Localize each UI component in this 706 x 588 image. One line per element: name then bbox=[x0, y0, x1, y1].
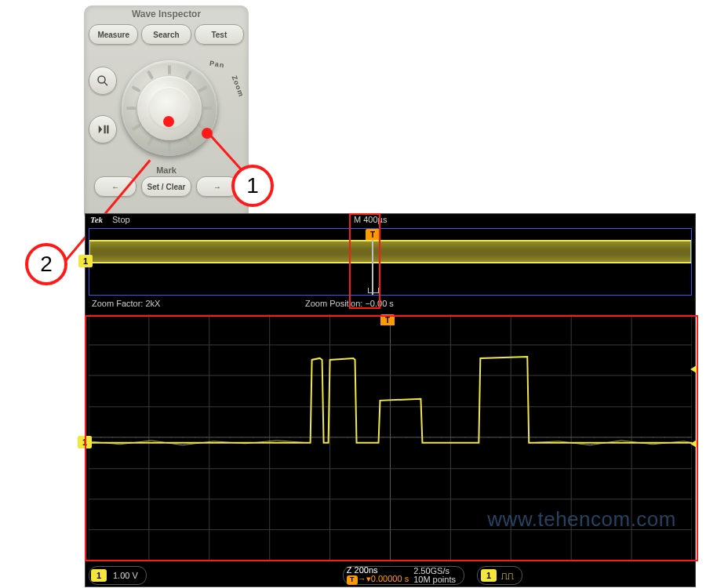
vdiv-readout: 1.00 V bbox=[113, 571, 138, 580]
mark-setclear-button[interactable]: Set / Clear bbox=[141, 176, 191, 197]
overview-trigger-marker[interactable]: T bbox=[366, 229, 380, 240]
svg-rect-4 bbox=[107, 125, 108, 134]
record-length: 10M points bbox=[413, 575, 456, 584]
zoom-position-readout: Zoom Position: −0.00 s bbox=[305, 299, 394, 308]
trigger-channel-chip: 1 bbox=[481, 569, 497, 582]
svg-marker-2 bbox=[99, 125, 103, 134]
mark-prev-button[interactable]: ← bbox=[94, 176, 136, 197]
timebase-readout[interactable]: Z 200ns T→▾0.00000 s 2.50GS/s 10M points bbox=[343, 566, 464, 585]
play-pause-button[interactable] bbox=[89, 115, 117, 143]
trigger-chip-icon: T bbox=[347, 575, 358, 585]
inner-pan-knob[interactable] bbox=[137, 76, 202, 140]
callout-1: 1 bbox=[231, 165, 274, 207]
channel-ground-arrow-icon[interactable] bbox=[690, 440, 697, 448]
channel-readout[interactable]: 1 1.00 V bbox=[89, 566, 147, 585]
zoom-graticule[interactable]: T 1 www.tehencom.com bbox=[89, 314, 692, 563]
play-pause-icon bbox=[96, 122, 110, 136]
watermark: www.tehencom.com bbox=[487, 507, 676, 532]
pulse-icon: ⎍⎍ bbox=[501, 570, 514, 582]
scope-screen: Tek Stop M 400µs T 1 Zoom Factor: 2kX Zo… bbox=[85, 213, 696, 587]
callout-2: 2 bbox=[25, 243, 67, 285]
channel-chip: 1 bbox=[91, 569, 107, 582]
main-timebase: M 400µs bbox=[354, 215, 387, 224]
trigger-level-arrow-icon[interactable] bbox=[690, 365, 697, 373]
status-bar: 1 1.00 V Z 200ns T→▾0.00000 s 2.50GS/s 1… bbox=[89, 566, 692, 585]
acq-state: Stop bbox=[112, 215, 130, 224]
overview-channel-badge: 1 bbox=[78, 255, 93, 267]
overview-window[interactable]: T 1 bbox=[89, 228, 692, 296]
overview-wave-top bbox=[89, 240, 691, 241]
panel-top-buttons: Measure Search Test bbox=[89, 24, 244, 45]
mark-row: ← Set / Clear → bbox=[84, 176, 249, 197]
overview-zoom-bracket[interactable] bbox=[368, 288, 379, 293]
overview-wave-bot bbox=[89, 262, 691, 263]
measure-button[interactable]: Measure bbox=[89, 24, 138, 45]
magnifier-button[interactable] bbox=[89, 67, 117, 95]
svg-line-1 bbox=[104, 82, 107, 85]
trigger-time: 0.00000 s bbox=[371, 574, 409, 583]
wave-inspector-panel: Wave Inspector Measure Search Test Pan Z… bbox=[82, 4, 250, 223]
svg-point-0 bbox=[98, 76, 105, 83]
test-button[interactable]: Test bbox=[195, 24, 244, 45]
tek-logo: Tek bbox=[90, 215, 103, 224]
zoom-label: Zoom bbox=[231, 74, 246, 98]
callout-inner-dot bbox=[163, 116, 174, 127]
zoom-trigger-marker[interactable]: T bbox=[380, 314, 395, 325]
acq-col: 2.50GS/s 10M points bbox=[413, 567, 456, 584]
search-button[interactable]: Search bbox=[141, 24, 191, 45]
zoom-channel-badge: 1 bbox=[78, 436, 92, 448]
svg-rect-3 bbox=[104, 125, 106, 134]
scope-header: Tek Stop M 400µs bbox=[86, 214, 695, 227]
zoom-factor-readout: Zoom Factor: 2kX bbox=[92, 299, 160, 308]
overview-waveform-band bbox=[89, 240, 691, 263]
pan-label: Pan bbox=[209, 60, 225, 70]
magnifier-icon bbox=[96, 74, 110, 88]
panel-title: Wave Inspector bbox=[84, 9, 249, 20]
zoom-timebase-col: Z 200ns T→▾0.00000 s bbox=[347, 566, 409, 584]
trigger-readout[interactable]: 1 ⎍⎍ bbox=[477, 566, 522, 585]
overview-trigger-line bbox=[372, 240, 373, 295]
